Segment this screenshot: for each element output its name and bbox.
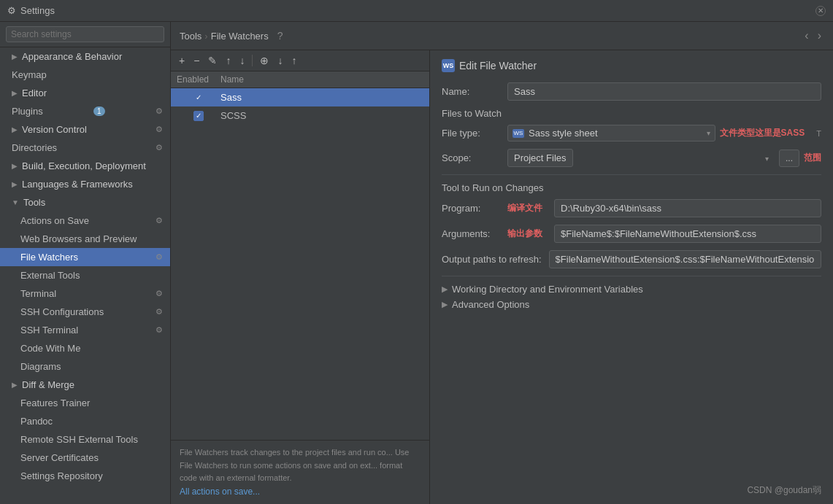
sidebar-item-file-watchers[interactable]: File Watchers ⚙ xyxy=(0,248,170,266)
file-type-extra-text: T xyxy=(816,129,821,138)
enabled-checkbox[interactable]: ✓ xyxy=(193,111,204,121)
bottom-info: File Watchers track changes to the proje… xyxy=(171,440,429,504)
scope-label: Scope: xyxy=(442,152,500,163)
output-row: Output paths to refresh: xyxy=(442,250,821,268)
forward-button[interactable]: › xyxy=(815,28,824,44)
sidebar-item-appearance[interactable]: ▶ Appearance & Behavior xyxy=(0,47,170,66)
row-enabled: ✓ xyxy=(177,93,220,103)
sidebar-item-external-tools[interactable]: External Tools xyxy=(0,266,170,284)
sidebar-item-server-certs[interactable]: Server Certificates xyxy=(0,449,170,467)
expand-arrow: ▶ xyxy=(12,162,18,170)
import-button[interactable]: ↓ xyxy=(274,53,286,68)
scope-more-button[interactable]: ... xyxy=(779,150,799,167)
info-text: File Watchers track changes to the proje… xyxy=(180,446,421,485)
sidebar-item-editor[interactable]: ▶ Editor xyxy=(0,84,170,102)
col-enabled: Enabled xyxy=(177,74,220,85)
sidebar-item-build[interactable]: ▶ Build, Execution, Deployment xyxy=(0,157,170,175)
file-type-value: Sass style sheet xyxy=(529,128,702,139)
gear-icon: ⚙ xyxy=(156,252,163,262)
gear-icon: ⚙ xyxy=(156,125,163,134)
close-button[interactable]: ✕ xyxy=(815,6,826,16)
breadcrumb-tools: Tools xyxy=(180,31,201,42)
sidebar-item-diagrams[interactable]: Diagrams xyxy=(0,357,170,376)
files-to-watch-title: Files to Watch xyxy=(442,108,821,119)
scope-select[interactable]: Project Files xyxy=(507,149,573,167)
sidebar-item-languages[interactable]: ▶ Languages & Frameworks xyxy=(0,175,170,193)
sidebar-item-terminal[interactable]: Terminal ⚙ xyxy=(0,284,170,303)
arguments-input[interactable] xyxy=(554,225,821,243)
scope-wrap: Project Files ... 范围 xyxy=(507,149,821,167)
advanced-options-row[interactable]: ▶ Advanced Options xyxy=(442,299,821,310)
sidebar-item-ssh-terminal[interactable]: SSH Terminal ⚙ xyxy=(0,321,170,339)
watermark: CSDN @goudan弱 xyxy=(747,484,821,497)
sidebar-item-remote-ssh[interactable]: Remote SSH External Tools xyxy=(0,430,170,449)
sidebar-item-pandoc[interactable]: Pandoc xyxy=(0,412,170,430)
sidebar-item-keymap[interactable]: Keymap xyxy=(0,66,170,84)
expand-arrow: ▶ xyxy=(12,89,18,97)
collapse-arrow: ▶ xyxy=(442,300,448,309)
file-type-icon: WS xyxy=(513,129,524,138)
scope-container: Project Files xyxy=(507,149,775,167)
file-type-row: File type: WS Sass style sheet ▾ 文件类型这里是… xyxy=(442,125,821,141)
actions-on-save-link[interactable]: All actions on save... xyxy=(180,486,260,497)
row-name: SCSS xyxy=(220,110,423,121)
title-bar-left: ⚙ Settings xyxy=(7,5,55,16)
toolbar-separator xyxy=(252,55,253,66)
edit-button[interactable]: ✎ xyxy=(204,53,220,68)
col-name: Name xyxy=(220,74,423,85)
sidebar-item-actions-on-save[interactable]: Actions on Save ⚙ xyxy=(0,212,170,230)
ws-icon: WS xyxy=(442,59,455,72)
back-button[interactable]: ‹ xyxy=(802,28,811,44)
working-dir-label: Working Directory and Environment Variab… xyxy=(452,284,643,295)
right-panel: WS Edit File Watcher Name: Files to Watc… xyxy=(430,50,833,504)
output-input[interactable] xyxy=(549,250,821,268)
export-button[interactable]: ↑ xyxy=(288,53,300,68)
name-label: Name: xyxy=(442,86,500,97)
sidebar-item-version-control[interactable]: ▶ Version Control ⚙ xyxy=(0,120,170,139)
sidebar-item-plugins[interactable]: Plugins 1 ⚙ xyxy=(0,102,170,120)
table-row[interactable]: ✓ SCSS xyxy=(171,106,429,125)
sidebar: ▶ Appearance & Behavior Keymap ▶ Editor … xyxy=(0,22,171,504)
file-type-select[interactable]: WS Sass style sheet ▾ xyxy=(507,125,715,141)
arguments-row: Arguments: 输出参数 xyxy=(442,225,821,243)
sidebar-item-code-with-me[interactable]: Code With Me xyxy=(0,339,170,357)
row-name: Sass xyxy=(220,92,423,103)
move-up-button[interactable]: ↑ xyxy=(222,53,234,68)
copy-button[interactable]: ⊕ xyxy=(256,53,272,68)
window-title: Settings xyxy=(20,5,55,16)
settings-icon: ⚙ xyxy=(7,5,16,16)
sidebar-item-ssh-configurations[interactable]: SSH Configurations ⚙ xyxy=(0,303,170,321)
enabled-checkbox[interactable]: ✓ xyxy=(193,93,204,103)
scope-annotation: 范围 xyxy=(804,152,821,164)
sidebar-item-directories[interactable]: Directories ⚙ xyxy=(0,139,170,157)
add-button[interactable]: + xyxy=(175,53,188,68)
table-header: Enabled Name xyxy=(171,71,429,88)
remove-button[interactable]: − xyxy=(190,53,203,68)
name-input[interactable] xyxy=(507,82,821,101)
divider2 xyxy=(442,276,821,276)
program-row: Program: 编译文件 xyxy=(442,199,821,217)
file-type-wrap: WS Sass style sheet ▾ 文件类型这里是SASS xyxy=(507,125,805,141)
table-row[interactable]: ✓ Sass xyxy=(171,88,429,106)
breadcrumb: Tools › File Watchers ? xyxy=(180,30,797,42)
gear-icon: ⚙ xyxy=(156,307,163,317)
file-type-annotation: 文件类型这里是SASS xyxy=(720,127,805,139)
search-input[interactable] xyxy=(6,26,164,42)
main-layout: ▶ Appearance & Behavior Keymap ▶ Editor … xyxy=(0,22,833,504)
expand-arrow: ▼ xyxy=(12,198,19,206)
gear-icon: ⚙ xyxy=(156,216,163,225)
file-watcher-toolbar: + − ✎ ↑ ↓ ⊕ ↓ ↑ xyxy=(171,50,429,71)
advanced-label: Advanced Options xyxy=(452,299,529,310)
working-dir-row[interactable]: ▶ Working Directory and Environment Vari… xyxy=(442,284,821,295)
sidebar-item-diff-merge[interactable]: ▶ Diff & Merge xyxy=(0,376,170,394)
move-down-button[interactable]: ↓ xyxy=(236,53,248,68)
sidebar-item-settings-repo[interactable]: Settings Repository xyxy=(0,467,170,485)
program-label: Program: xyxy=(442,203,500,214)
table-body: ✓ Sass ✓ SCSS xyxy=(171,88,429,440)
sidebar-item-web-browsers[interactable]: Web Browsers and Preview xyxy=(0,230,170,248)
expand-arrow: ▶ xyxy=(12,381,18,389)
sidebar-item-tools[interactable]: ▼ Tools xyxy=(0,193,170,212)
sidebar-item-features-trainer[interactable]: Features Trainer xyxy=(0,394,170,412)
program-input[interactable] xyxy=(554,199,821,217)
collapse-arrow: ▶ xyxy=(442,284,448,294)
